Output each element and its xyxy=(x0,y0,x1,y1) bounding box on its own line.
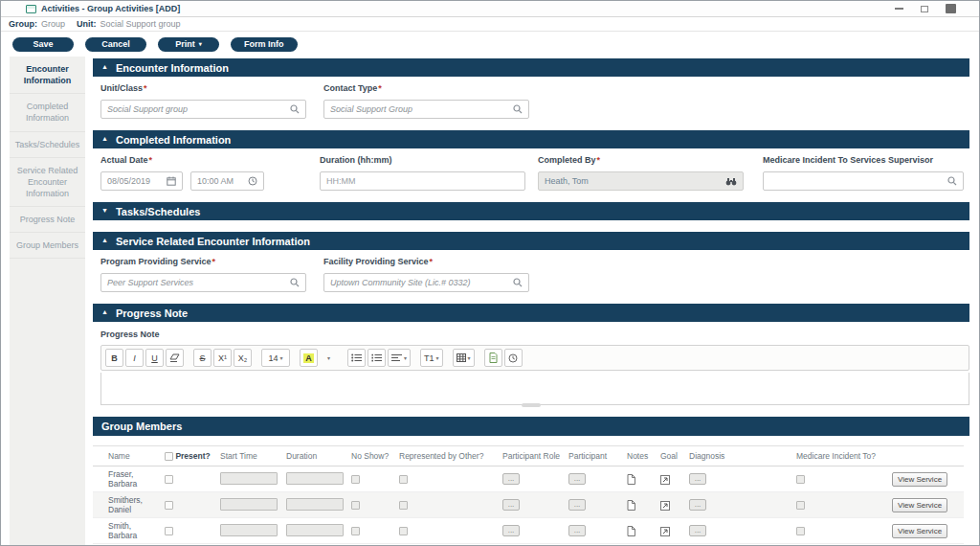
completed-section-header[interactable]: ▲ Completed Information xyxy=(93,130,969,148)
duration-input[interactable] xyxy=(286,498,344,511)
cancel-button[interactable]: Cancel xyxy=(85,37,146,52)
duration-input[interactable] xyxy=(326,176,519,186)
participant-lookup-button[interactable]: ... xyxy=(568,525,586,536)
actual-date-input[interactable] xyxy=(107,176,163,186)
view-service-button[interactable]: View Service xyxy=(892,472,947,487)
table-dropdown[interactable]: ▾ xyxy=(453,349,475,367)
caret-down-icon: ▾ xyxy=(468,354,471,361)
service-section-header[interactable]: ▲ Service Related Encounter Information xyxy=(93,232,969,250)
maximize-icon[interactable] xyxy=(921,6,928,12)
program-input[interactable] xyxy=(107,278,286,287)
textarea-resize-handle[interactable] xyxy=(522,403,541,407)
medicare-supervisor-input[interactable] xyxy=(769,176,944,186)
notes-page-icon[interactable] xyxy=(627,474,635,485)
represented-checkbox[interactable] xyxy=(399,475,408,484)
unit-class-input[interactable] xyxy=(107,104,286,114)
diagnosis-lookup-button[interactable]: ... xyxy=(689,473,706,485)
col-no-show: No Show? xyxy=(349,446,397,466)
duration-label: Duration (hh:mm) xyxy=(320,155,525,165)
diagnosis-lookup-button[interactable]: ... xyxy=(689,525,706,536)
progress-note-textarea[interactable] xyxy=(100,373,969,405)
start-time-input[interactable] xyxy=(220,472,278,485)
col-name: Name xyxy=(93,446,163,466)
participant-role-lookup-button[interactable]: ... xyxy=(502,473,520,485)
sidebar-item-completed-information[interactable]: Completed Information xyxy=(10,94,85,131)
sidebar-item-group-members[interactable]: Group Members xyxy=(10,233,85,259)
view-service-button[interactable]: View Service xyxy=(892,524,947,538)
font-size-dropdown[interactable]: 14▾ xyxy=(261,349,290,367)
print-button[interactable]: Print▾ xyxy=(158,37,219,52)
form-info-button[interactable]: Form Info xyxy=(231,37,298,52)
search-icon[interactable] xyxy=(513,278,523,287)
no-show-checkbox[interactable] xyxy=(351,475,360,484)
participant-lookup-button[interactable]: ... xyxy=(568,499,586,511)
present-checkbox[interactable] xyxy=(165,527,173,535)
duration-input[interactable] xyxy=(286,472,344,485)
underline-button[interactable]: U xyxy=(145,349,164,367)
notes-page-icon[interactable] xyxy=(627,526,635,536)
align-dropdown[interactable]: ▾ xyxy=(388,349,411,367)
medicare-incident-checkbox[interactable] xyxy=(796,527,805,535)
search-icon[interactable] xyxy=(947,176,957,186)
participant-role-lookup-button[interactable]: ... xyxy=(502,499,520,511)
present-checkbox[interactable] xyxy=(165,475,173,484)
bold-button[interactable]: B xyxy=(105,349,123,367)
encounter-section-header[interactable]: ▲ Encounter Information xyxy=(93,58,969,77)
subscript-button[interactable]: X₂ xyxy=(234,349,252,367)
sidebar-item-tasks-schedules[interactable]: Tasks/Schedules xyxy=(10,132,85,158)
goal-page-icon[interactable] xyxy=(660,527,670,536)
text-color-button[interactable]: A xyxy=(300,349,318,367)
program-label: Program Providing Service xyxy=(100,257,306,266)
represented-checkbox[interactable] xyxy=(399,527,408,535)
diagnosis-lookup-button[interactable]: ... xyxy=(689,499,706,511)
strikethrough-button[interactable]: S xyxy=(193,349,212,367)
binoculars-icon[interactable] xyxy=(725,177,737,186)
represented-checkbox[interactable] xyxy=(399,501,408,510)
italic-button[interactable]: I xyxy=(125,349,144,367)
facility-input[interactable] xyxy=(330,278,509,287)
completed-by-input[interactable] xyxy=(545,176,722,186)
participant-role-lookup-button[interactable]: ... xyxy=(502,525,520,536)
medicare-incident-checkbox[interactable] xyxy=(796,501,805,510)
minimize-icon[interactable] xyxy=(895,8,903,10)
duration-input[interactable] xyxy=(286,524,344,536)
participant-lookup-button[interactable]: ... xyxy=(568,473,586,485)
goal-page-icon[interactable] xyxy=(660,475,670,485)
bullet-list-icon[interactable] xyxy=(347,349,366,367)
search-icon[interactable] xyxy=(290,278,300,287)
actual-time-input[interactable] xyxy=(197,176,244,186)
notes-page-icon[interactable] xyxy=(627,500,635,511)
clock-icon[interactable] xyxy=(248,176,257,186)
progress-section-title: Progress Note xyxy=(116,307,188,319)
start-time-input[interactable] xyxy=(220,498,278,511)
view-service-button[interactable]: View Service xyxy=(892,498,947,512)
present-checkbox[interactable] xyxy=(165,501,173,510)
sidebar-item-service-related[interactable]: Service Related Encounter Information xyxy=(10,158,85,207)
present-all-checkbox[interactable] xyxy=(165,452,173,461)
no-show-checkbox[interactable] xyxy=(351,501,360,510)
calendar-icon[interactable] xyxy=(167,176,176,186)
sidebar-item-progress-note[interactable]: Progress Note xyxy=(10,207,85,233)
eraser-icon[interactable] xyxy=(166,349,184,367)
superscript-button[interactable]: X¹ xyxy=(213,349,232,367)
numbered-list-icon[interactable] xyxy=(368,349,386,367)
search-icon[interactable] xyxy=(513,104,523,114)
tasks-section-header[interactable]: ▼ Tasks/Schedules xyxy=(93,202,969,220)
close-icon[interactable] xyxy=(946,4,956,13)
insert-template-icon[interactable] xyxy=(484,349,502,367)
save-button[interactable]: Save xyxy=(12,37,74,52)
heading-dropdown[interactable]: T1▾ xyxy=(420,349,443,367)
start-time-input[interactable] xyxy=(220,524,278,536)
contact-type-input[interactable] xyxy=(330,104,509,114)
history-clock-icon[interactable] xyxy=(504,349,523,367)
medicare-incident-checkbox[interactable] xyxy=(796,475,805,484)
no-show-checkbox[interactable] xyxy=(351,527,360,535)
group-members-section-title: Group Members xyxy=(101,421,182,432)
search-icon[interactable] xyxy=(290,104,300,114)
medicare-supervisor-label: Medicare Incident To Services Supervisor xyxy=(763,155,964,165)
sidebar-item-encounter-information[interactable]: Encounter Information xyxy=(10,57,85,94)
text-color-caret[interactable]: ▾ xyxy=(320,349,338,367)
progress-section-header[interactable]: ▲ Progress Note xyxy=(93,304,969,322)
goal-page-icon[interactable] xyxy=(660,501,670,511)
program-field-group: Program Providing Service xyxy=(100,257,306,292)
